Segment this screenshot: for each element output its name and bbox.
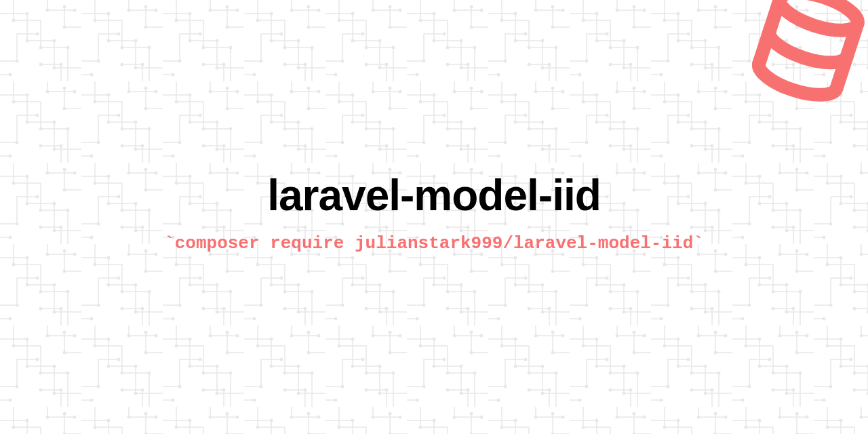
install-command: `composer require julianstark999/laravel… xyxy=(164,233,704,254)
banner-content: laravel-model-iid `composer require juli… xyxy=(0,0,868,434)
package-title: laravel-model-iid xyxy=(267,174,601,217)
